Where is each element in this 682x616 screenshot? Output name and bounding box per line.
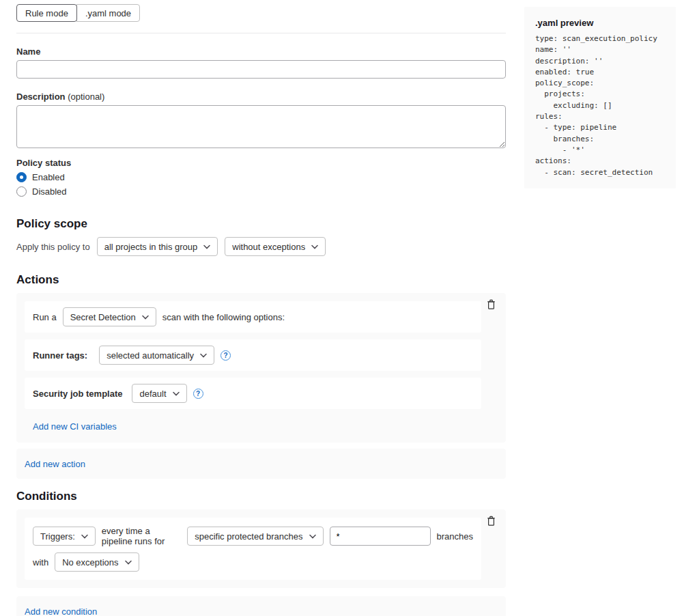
policy-status-disabled-option[interactable]: Disabled [16,186,506,197]
scan-options-text: scan with the following options: [162,312,285,322]
trash-icon [486,299,496,310]
runner-tags-dropdown[interactable]: selected automatically [99,346,214,365]
scope-exceptions-dropdown-label: without exceptions [232,242,305,252]
condition-rule-row: Triggers: every time a pipeline runs for… [25,518,481,580]
condition-line-1: Triggers: every time a pipeline runs for… [33,526,473,546]
description-label: Description (optional) [16,92,506,102]
apply-policy-text: Apply this policy to [16,242,90,252]
runner-tags-row: Runner tags: selected automatically ? [25,339,481,371]
rule-mode-button[interactable]: Rule mode [16,4,77,22]
job-template-dropdown[interactable]: default [132,384,186,403]
yaml-preview-title: .yaml preview [535,18,665,28]
yaml-preview-panel: .yaml preview type: scan_execution_polic… [524,7,676,188]
add-action-section: Add new action [16,449,506,479]
yaml-preview-code: type: scan_execution_policy name: '' des… [535,33,665,178]
job-template-help-icon[interactable]: ? [193,389,203,399]
policy-editor-page: Rule mode .yaml mode Name Description (o… [0,0,682,616]
branch-type-dropdown-label: specific protected branches [195,531,302,542]
job-template-label: Security job template [33,389,122,399]
yaml-mode-button[interactable]: .yaml mode [76,4,140,22]
scope-exceptions-dropdown[interactable]: without exceptions [225,237,326,256]
scan-type-dropdown[interactable]: Secret Detection [63,307,156,326]
branch-type-dropdown[interactable]: specific protected branches [187,527,323,546]
branches-text: branches [437,531,473,542]
radio-enabled[interactable] [16,172,27,182]
add-condition-link[interactable]: Add new condition [25,606,97,616]
branch-exceptions-dropdown[interactable]: No exceptions [55,552,139,572]
chevron-down-icon [311,244,318,249]
with-text: with [33,557,48,568]
description-label-text: Description [16,92,66,102]
chevron-down-icon [200,353,207,358]
policy-scope-row: Apply this policy to all projects in thi… [16,237,506,256]
triggers-dropdown-label: Triggers: [40,531,75,542]
radio-enabled-label: Enabled [32,172,65,182]
add-action-link[interactable]: Add new action [25,459,85,469]
radio-disabled[interactable] [16,186,27,197]
job-template-row: Security job template default ? [25,378,481,409]
delete-action-button[interactable] [485,299,497,311]
condition-line-2: with No exceptions [33,552,473,572]
description-textarea[interactable] [16,105,506,148]
conditions-heading: Conditions [16,490,506,503]
scan-type-dropdown-label: Secret Detection [70,312,136,322]
chevron-down-icon [173,391,180,396]
triggers-dropdown[interactable]: Triggers: [33,527,96,546]
runner-tags-label: Runner tags: [33,350,87,361]
add-condition-section: Add new condition [16,596,506,616]
action-card: Run a Secret Detection scan with the fol… [16,293,506,443]
delete-condition-button[interactable] [485,516,497,528]
policy-status-label: Policy status [16,158,506,168]
runner-tags-dropdown-label: selected automatically [106,350,194,361]
add-ci-variables-link[interactable]: Add new CI variables [33,421,117,432]
runner-tags-help-icon[interactable]: ? [221,350,231,361]
policy-status-enabled-option[interactable]: Enabled [16,172,506,182]
actions-heading: Actions [16,273,506,287]
policy-scope-heading: Policy scope [16,217,506,231]
scan-action-row: Run a Secret Detection scan with the fol… [25,301,481,333]
branch-input[interactable] [330,527,431,546]
section-divider [16,33,506,33]
name-input[interactable] [16,60,506,79]
mode-toggle-group: Rule mode .yaml mode [16,4,140,22]
chevron-down-icon [81,534,88,539]
radio-disabled-label: Disabled [32,186,67,197]
job-template-dropdown-label: default [139,389,166,399]
chevron-down-icon [125,560,132,565]
projects-scope-dropdown[interactable]: all projects in this group [97,237,218,256]
condition-card: Triggers: every time a pipeline runs for… [16,509,506,588]
branch-exceptions-dropdown-label: No exceptions [62,557,118,568]
projects-scope-dropdown-label: all projects in this group [104,242,198,252]
policy-editor-form: Rule mode .yaml mode Name Description (o… [16,0,506,616]
description-optional-text: (optional) [68,92,104,102]
run-a-text: Run a [33,312,57,322]
chevron-down-icon [309,534,316,539]
pipeline-runs-text: every time a pipeline runs for [102,526,181,546]
chevron-down-icon [203,244,210,249]
chevron-down-icon [142,315,149,320]
name-label: Name [16,46,506,57]
trash-icon [486,516,496,527]
